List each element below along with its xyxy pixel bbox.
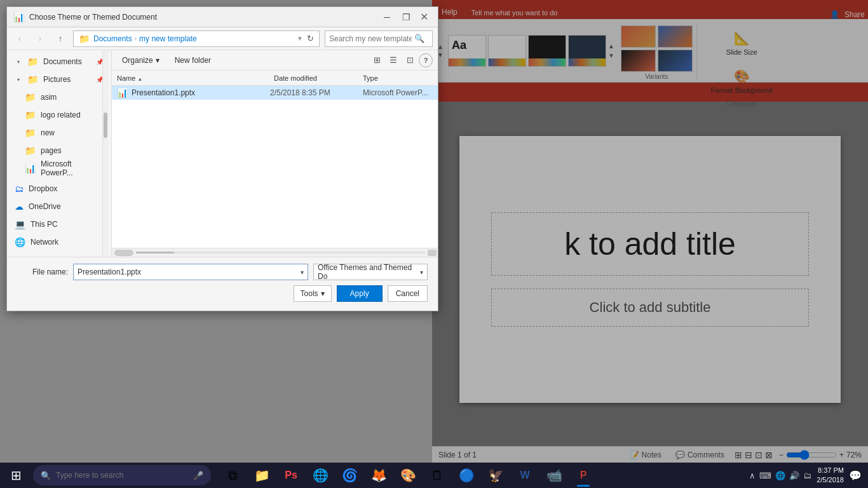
nav-item-dropbox[interactable]: 🗂 Dropbox xyxy=(7,180,111,198)
taskbar-paint[interactable]: 🎨 xyxy=(394,463,422,488)
nav-item-logo-related[interactable]: 📁 logo related xyxy=(7,106,111,124)
nav-item-microsoft-ppt[interactable]: 📊 Microsoft PowerP... xyxy=(7,159,111,177)
folder-icon-address: 📁 xyxy=(79,34,90,44)
notification-icon[interactable]: 💬 xyxy=(849,470,862,482)
search-box[interactable]: 🔍 xyxy=(325,30,433,47)
search-input[interactable] xyxy=(329,34,412,43)
nav-panel: ▾ 📁 Documents 📌 ▾ 📁 Pictures 📌 📁 asim 📁 … xyxy=(7,50,112,257)
taskbar-edge[interactable]: 🌀 xyxy=(336,463,363,488)
ppt-file-icon: 📊 xyxy=(117,88,128,98)
filename-label: File name: xyxy=(17,268,68,276)
help-btn[interactable]: ? xyxy=(419,53,433,67)
sys-tray: ∧ ⌨ 🌐 🔊 🗂 xyxy=(749,471,811,480)
taskbar-app9[interactable]: 🔵 xyxy=(452,463,480,488)
network-sys-icon[interactable]: 🌐 xyxy=(775,471,785,480)
system-clock[interactable]: 8:37 PM 2/5/2018 xyxy=(817,466,844,485)
taskbar-word[interactable]: W xyxy=(511,463,539,488)
ppt-app-icon: 📊 xyxy=(25,163,36,173)
apply-btn[interactable]: Apply xyxy=(337,285,383,302)
asim-folder-icon: 📁 xyxy=(25,92,36,102)
col-type-header[interactable]: Type xyxy=(363,74,433,82)
pictures-folder-icon: 📁 xyxy=(27,74,38,85)
file-list: 📊 Presentation1.pptx 2/5/2018 8:35 PM Mi… xyxy=(112,86,438,248)
chevron-up-icon[interactable]: ∧ xyxy=(749,471,756,480)
tools-arrow-icon: ▾ xyxy=(321,289,325,298)
nav-scrollbar[interactable] xyxy=(102,50,109,257)
dialog-ppt-icon: 📊 xyxy=(13,12,24,22)
buttons-row: Tools ▾ Apply Cancel xyxy=(17,285,428,302)
filetype-select[interactable]: Office Themes and Themed Do ▾ xyxy=(313,264,428,280)
horizontal-scrollbar[interactable] xyxy=(112,248,438,257)
h-scroll-left xyxy=(114,250,133,256)
cancel-btn[interactable]: Cancel xyxy=(388,285,428,302)
nav-item-documents[interactable]: ▾ 📁 Documents 📌 xyxy=(7,53,111,71)
nav-item-onedrive[interactable]: ☁ OneDrive xyxy=(7,198,111,215)
organize-btn[interactable]: Organize ▾ xyxy=(117,53,165,68)
file-item-presentation1[interactable]: 📊 Presentation1.pptx 2/5/2018 8:35 PM Mi… xyxy=(112,86,438,100)
organize-arrow: ▾ xyxy=(156,56,159,65)
file-toolbar: Organize ▾ New folder ⊞ ☰ ⊡ ? xyxy=(112,50,438,71)
h-scroll-track xyxy=(136,252,425,254)
dialog-footer: File name: Presentation1.pptx ▾ Office T… xyxy=(7,257,438,311)
back-btn[interactable]: ‹ xyxy=(12,31,27,46)
col-date-header[interactable]: Date modified xyxy=(274,74,363,82)
up-btn[interactable]: ↑ xyxy=(53,31,68,46)
nav-item-asim[interactable]: 📁 asim xyxy=(7,88,111,106)
new-folder-btn[interactable]: New folder xyxy=(170,53,216,68)
breadcrumb-part1[interactable]: Documents xyxy=(93,34,132,43)
filename-row: File name: Presentation1.pptx ▾ Office T… xyxy=(17,264,428,280)
taskbar-search-icon: 🔍 xyxy=(41,471,51,480)
taskbar-fox[interactable]: 🦊 xyxy=(365,463,393,488)
file-date: 2/5/2018 8:35 PM xyxy=(270,88,359,97)
nav-item-pictures[interactable]: ▾ 📁 Pictures 📌 xyxy=(7,71,111,88)
taskbar-app10[interactable]: 🦅 xyxy=(482,463,510,488)
address-dropdown-arrow[interactable]: ▼ xyxy=(297,35,303,42)
view-pane-btn[interactable]: ⊡ xyxy=(402,53,417,68)
start-button[interactable]: ⊞ xyxy=(0,463,32,488)
pages-folder-icon: 📁 xyxy=(25,146,36,156)
taskbar-file-explorer[interactable]: 📁 xyxy=(248,463,276,488)
nav-item-network[interactable]: 🌐 Network xyxy=(7,233,111,251)
file-name: Presentation1.pptx xyxy=(132,88,266,97)
dialog-minimize[interactable]: ─ xyxy=(378,10,396,25)
dialog-close-btn[interactable]: ✕ xyxy=(416,10,431,25)
nav-item-new[interactable]: 📁 new xyxy=(7,124,111,142)
forward-btn[interactable]: › xyxy=(32,31,48,46)
dialog-maximize[interactable]: ❐ xyxy=(397,10,415,25)
taskbar-app8[interactable]: 🗒 xyxy=(423,463,451,488)
filename-input[interactable]: Presentation1.pptx ▾ xyxy=(73,264,308,280)
view-controls: ⊞ ☰ ⊡ ? xyxy=(369,53,433,68)
network-icon: 🌐 xyxy=(15,237,25,247)
view-details-btn[interactable]: ☰ xyxy=(386,53,401,68)
mic-icon[interactable]: 🎤 xyxy=(193,471,203,480)
nav-item-this-pc[interactable]: 💻 This PC xyxy=(7,215,111,233)
h-scroll-right xyxy=(428,250,437,256)
nav-item-pages[interactable]: 📁 pages xyxy=(7,142,111,159)
filetype-dropdown-arrow: ▾ xyxy=(420,269,423,276)
dialog-titlebar: 📊 Choose Theme or Themed Document ─ ❐ ✕ xyxy=(7,7,438,27)
keyboard-icon[interactable]: ⌨ xyxy=(759,471,771,480)
clock-date: 2/5/2018 xyxy=(817,475,844,485)
taskbar-ppt[interactable]: P xyxy=(569,463,597,488)
search-icon: 🔍 xyxy=(414,34,424,43)
tools-btn[interactable]: Tools ▾ xyxy=(294,285,332,302)
col-name-header[interactable]: Name ▲ xyxy=(117,74,274,82)
dropbox-sys-icon[interactable]: 🗂 xyxy=(803,471,811,480)
address-bar[interactable]: 📁 Documents › my new template ▼ ↻ xyxy=(73,30,320,47)
logo-folder-icon: 📁 xyxy=(25,110,36,120)
column-headers: Name ▲ Date modified Type xyxy=(112,71,438,86)
taskbar-chrome[interactable]: 🌐 xyxy=(306,463,334,488)
taskbar: ⊞ 🔍 🎤 ⧉ 📁 Ps 🌐 🌀 🦊 🎨 🗒 🔵 xyxy=(0,463,868,488)
refresh-btn[interactable]: ↻ xyxy=(307,34,314,43)
breadcrumb-part2[interactable]: my new template xyxy=(139,34,197,43)
view-change-btn[interactable]: ⊞ xyxy=(369,53,384,68)
new-folder-icon: 📁 xyxy=(25,128,36,138)
taskbar-search-input[interactable] xyxy=(56,471,170,480)
volume-icon[interactable]: 🔊 xyxy=(789,471,799,480)
taskbar-adobe[interactable]: Ps xyxy=(277,463,305,488)
taskbar-system: ∧ ⌨ 🌐 🔊 🗂 8:37 PM 2/5/2018 💬 xyxy=(749,466,868,485)
taskbar-search[interactable]: 🔍 🎤 xyxy=(33,465,211,485)
nav-scroll-thumb xyxy=(104,112,107,138)
taskbar-task-view[interactable]: ⧉ xyxy=(219,463,247,488)
taskbar-zoom[interactable]: 📹 xyxy=(540,463,568,488)
